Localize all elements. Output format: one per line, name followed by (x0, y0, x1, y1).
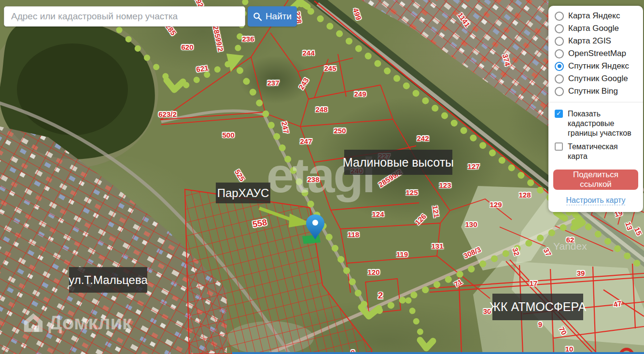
parcel-number: 39 (577, 269, 585, 277)
parcel-number: 47 (613, 299, 622, 309)
highlighted-parcel[interactable] (302, 235, 321, 244)
place-label: Малиновые высоты (344, 150, 452, 175)
configure-map-link[interactable]: Настроить карту (566, 196, 626, 205)
parcel-number: 620 (181, 43, 193, 51)
parcel-number: 250 (334, 127, 346, 135)
search-input[interactable] (4, 6, 245, 27)
layer-option-label: Спутник Яндекс (568, 61, 629, 71)
layer-option-label: Спутник Bing (568, 86, 618, 96)
radio-icon[interactable] (555, 74, 564, 84)
parcel-number: 120 (367, 268, 379, 276)
layer-option[interactable]: Спутник Яндекс (548, 60, 643, 72)
checkbox-icon[interactable]: ✓ (555, 110, 563, 118)
radio-icon[interactable] (555, 37, 564, 46)
place-label: ул.Т.Мальцева (69, 267, 147, 293)
map-layers-panel: Карта ЯндексКарта GoogleКарта 2GISOpenSt… (548, 6, 643, 212)
parcel-number: 500 (222, 131, 234, 139)
parcel-number: 123 (439, 181, 451, 189)
parcel-number: 623/2 (158, 110, 177, 118)
parcel-number: 245 (324, 64, 336, 72)
parcel-number: 9 (538, 320, 542, 328)
checkbox-icon[interactable] (555, 142, 563, 151)
parcel-number: 2 (378, 290, 383, 301)
layer-option[interactable]: Карта Яндекс (548, 10, 643, 22)
layer-toggles-list: ✓Показать кадастровые границы участковТе… (548, 107, 643, 163)
parcel-number: 247 (300, 137, 312, 145)
search-button[interactable]: Найти (248, 6, 297, 27)
radio-icon[interactable] (555, 24, 564, 33)
layer-options-list: Карта ЯндексКарта GoogleКарта 2GISOpenSt… (548, 10, 643, 98)
parcel-number: 128 (518, 191, 531, 199)
parcel-number: 10 (565, 345, 574, 353)
layer-option[interactable]: Карта Google (548, 22, 643, 35)
parcel-number: 127 (467, 162, 479, 170)
parcel-number: 244 (302, 49, 314, 57)
toggle-option-label: Показать кадастровые границы участков (568, 109, 637, 138)
cadastral-map-app: etagi Yandex Домклик 620621623/228599/22… (0, 0, 644, 354)
panel-divider (548, 102, 643, 102)
parcel-number: 248 (315, 105, 327, 113)
place-label: ПарХАУС (216, 183, 270, 203)
layer-option-label: OpenStreetMap (568, 49, 626, 58)
parcel-number: 118 (348, 230, 359, 239)
layer-option[interactable]: Карта 2GIS (548, 35, 643, 47)
place-label: ЖК АТМОСФЕРА (492, 294, 583, 320)
parcel-number: 242 (417, 134, 429, 142)
bottom-panel-edge (232, 352, 644, 354)
radio-icon[interactable] (555, 49, 564, 58)
parcel-number: 249 (354, 90, 366, 98)
radio-icon[interactable] (555, 62, 564, 71)
parcel-number: 121 (431, 205, 441, 218)
layer-option-label: Карта 2GIS (568, 36, 611, 46)
parcel-number: 17 (530, 279, 538, 287)
layer-option-label: Спутник Google (568, 74, 628, 84)
parcel-number: 62 (566, 236, 574, 244)
layer-option-label: Карта Google (568, 24, 619, 33)
parcel-number: 236 (242, 35, 254, 43)
parcel-number: 129 (490, 200, 502, 209)
parcel-number: 621 (196, 64, 209, 73)
parcel-number: 130 (465, 220, 477, 228)
layer-option-label: Карта Яндекс (568, 11, 620, 21)
share-link-button[interactable]: Поделиться ссылкой (553, 170, 638, 190)
parcel-number: 237 (267, 79, 279, 87)
layer-option[interactable]: Спутник Bing (548, 85, 643, 98)
toggle-option[interactable]: ✓Показать кадастровые границы участков (548, 107, 643, 140)
toggle-option-label: Тематическая карта (568, 142, 637, 161)
parcel-number: 124 (372, 210, 384, 218)
toggle-option[interactable]: Тематическая карта (548, 140, 643, 163)
search-icon (253, 12, 262, 21)
radio-icon[interactable] (555, 12, 564, 21)
search-bar: Найти (4, 6, 297, 27)
search-button-label: Найти (266, 11, 292, 22)
parcel-number: 238 (307, 175, 319, 184)
radio-icon[interactable] (555, 87, 564, 96)
parcel-number: 119 (396, 250, 408, 258)
layer-option[interactable]: OpenStreetMap (548, 47, 643, 60)
parcel-number: 131 (431, 242, 443, 250)
layer-option[interactable]: Спутник Google (548, 72, 643, 85)
parcel-number: 125 (406, 188, 418, 197)
